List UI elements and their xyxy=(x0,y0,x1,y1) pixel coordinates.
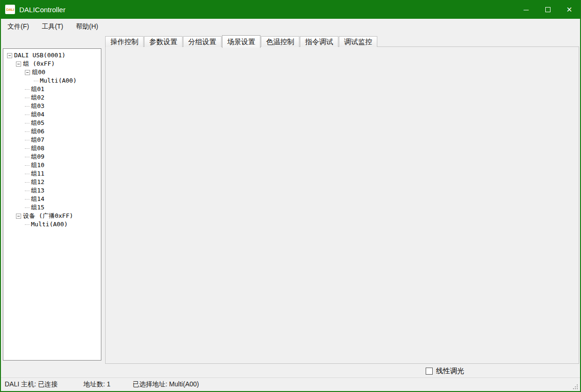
tree-connector xyxy=(25,199,30,200)
close-button[interactable]: × xyxy=(558,0,580,19)
linear-dimming-checkbox[interactable] xyxy=(426,368,433,375)
tree-item[interactable]: 组11 xyxy=(3,169,101,178)
tree-item[interactable]: 组12 xyxy=(3,178,101,186)
tree-item-label: 组12 xyxy=(31,178,45,186)
tree-expand-toggle-icon[interactable] xyxy=(25,70,30,75)
tree-item[interactable]: 组14 xyxy=(3,195,101,203)
menu-item[interactable]: 帮助(H) xyxy=(71,20,103,33)
tree-item-label: 组11 xyxy=(31,169,45,178)
tree-connector xyxy=(25,191,30,191)
tree-item[interactable]: Multi(A00) xyxy=(3,220,101,229)
minimize-icon: ─ xyxy=(524,6,529,14)
tree-item[interactable]: DALI USB(0001) xyxy=(3,51,101,60)
tree-item-label: 组14 xyxy=(31,195,45,203)
device-tree: DALI USB(0001) 组 (0xFF) 组00 Multi(A00) 组… xyxy=(3,48,101,361)
tree-item[interactable]: 设备 (广播0xFF) xyxy=(3,212,101,220)
app-icon: DALI xyxy=(5,5,15,14)
tree-connector xyxy=(25,157,30,157)
tree-expand-toggle-icon[interactable] xyxy=(7,53,12,58)
title-bar: DALI DALIController ─ × xyxy=(1,0,580,19)
tree-connector xyxy=(25,224,30,225)
tree-item-label: 设备 (广播0xFF) xyxy=(23,212,73,220)
status-address-count: 地址数: 1 xyxy=(84,380,111,389)
tree-item-label: 组08 xyxy=(31,144,45,153)
tree-item-label: 组04 xyxy=(31,110,45,119)
tree-item-label: Multi(A00) xyxy=(31,220,68,229)
tree-connector xyxy=(25,123,30,123)
tree-connector xyxy=(25,98,30,98)
status-selected-address: 已选择地址: Multi(A00) xyxy=(132,380,199,389)
tree-item[interactable]: 组15 xyxy=(3,203,101,212)
close-icon: × xyxy=(566,5,572,14)
tree-item-label: 组09 xyxy=(31,153,45,161)
menu-item[interactable]: 文件(F) xyxy=(2,20,34,33)
app-window: DALI DALIController ─ × 文件(F)工具(T)帮助(H) … xyxy=(0,0,581,392)
tree-item-label: 组05 xyxy=(31,119,45,127)
tab[interactable]: 场景设置 xyxy=(222,35,260,48)
tree-item[interactable]: 组 (0xFF) xyxy=(3,60,101,68)
tree-item-label: 组03 xyxy=(31,102,45,110)
tree-item-label: 组06 xyxy=(31,127,45,136)
tree-connector xyxy=(25,182,30,183)
tree-item-label: DALI USB(0001) xyxy=(14,51,66,60)
tab[interactable]: 色温控制 xyxy=(261,36,299,47)
tab[interactable]: 操作控制 xyxy=(105,36,144,47)
tree-connector xyxy=(25,165,30,166)
tree-item-label: 组 (0xFF) xyxy=(23,60,55,68)
tree-item[interactable]: 组06 xyxy=(3,127,101,136)
tree-item[interactable]: 组02 xyxy=(3,93,101,102)
tree-connector xyxy=(25,148,30,149)
tree-item[interactable]: 组09 xyxy=(3,153,101,161)
tab[interactable]: 调试监控 xyxy=(339,36,377,47)
tree-connector xyxy=(25,174,30,174)
tree-item[interactable]: 组10 xyxy=(3,161,101,169)
maximize-button[interactable] xyxy=(537,0,558,19)
tree-connector xyxy=(25,131,30,132)
tree-item-label: 组07 xyxy=(31,136,45,144)
scene-settings-panel xyxy=(105,46,579,364)
tab-strip: 操作控制参数设置分组设置场景设置色温控制指令调试调试监控 xyxy=(105,35,378,47)
tab[interactable]: 参数设置 xyxy=(144,36,183,47)
window-controls: ─ × xyxy=(515,0,580,19)
tree-item-label: 组10 xyxy=(31,161,45,169)
tree-item[interactable]: 组13 xyxy=(3,186,101,195)
tree-connector xyxy=(25,106,30,107)
tree-connector xyxy=(34,81,38,81)
menu-bar: 文件(F)工具(T)帮助(H) xyxy=(1,19,580,35)
window-title: DALIController xyxy=(19,6,65,14)
tree-connector xyxy=(25,115,30,115)
tab[interactable]: 指令调试 xyxy=(300,36,338,47)
linear-dimming-label: 线性调光 xyxy=(436,367,464,376)
tree-item[interactable]: 组05 xyxy=(3,119,101,127)
tree-item-label: 组15 xyxy=(31,203,45,212)
tree-item-label: 组02 xyxy=(31,93,45,102)
minimize-button[interactable]: ─ xyxy=(515,0,537,19)
tab[interactable]: 分组设置 xyxy=(183,36,222,47)
menu-item[interactable]: 工具(T) xyxy=(37,20,69,33)
tree-item[interactable]: 组03 xyxy=(3,102,101,110)
status-bar: DALI 主机: 已连接 地址数: 1 已选择地址: Multi(A00) xyxy=(1,377,580,391)
tree-connector xyxy=(25,140,30,140)
tree-expand-toggle-icon[interactable] xyxy=(16,214,21,219)
linear-dimming-option: 线性调光 xyxy=(426,367,464,376)
tree-item[interactable]: 组00 xyxy=(3,68,101,77)
status-host: DALI 主机: 已连接 xyxy=(5,380,58,389)
tree-connector xyxy=(25,208,30,208)
tree-item[interactable]: 组04 xyxy=(3,110,101,119)
tree-item-label: 组00 xyxy=(32,68,46,77)
tree-item-label: Multi(A00) xyxy=(40,77,76,85)
tree-item-label: 组01 xyxy=(31,85,45,93)
tree-item[interactable]: 组01 xyxy=(3,85,101,93)
tree-expand-toggle-icon[interactable] xyxy=(16,61,21,67)
tree-item[interactable]: Multi(A00) xyxy=(3,77,101,85)
maximize-icon xyxy=(545,7,550,12)
tree-item-label: 组13 xyxy=(31,186,45,195)
tree-connector xyxy=(25,89,30,90)
tree-item[interactable]: 组07 xyxy=(3,136,101,144)
resize-grip-icon[interactable] xyxy=(572,384,578,389)
tree-item[interactable]: 组08 xyxy=(3,144,101,153)
